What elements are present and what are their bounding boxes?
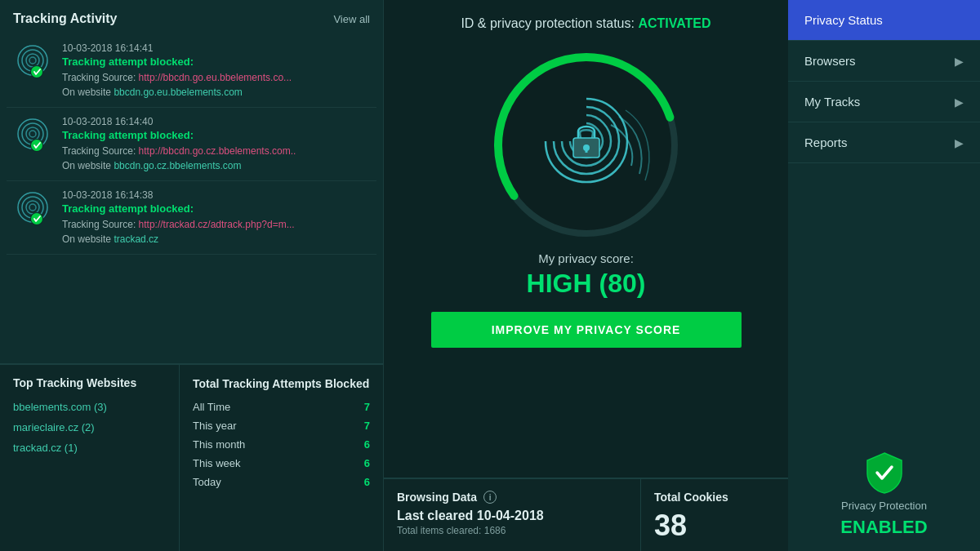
tracking-blocked-label: Tracking attempt blocked: — [62, 56, 370, 68]
total-cookies-value: 38 — [654, 509, 687, 543]
tracking-source-url[interactable]: http://trackad.cz/adtrack.php?d=m... — [139, 219, 295, 230]
stat-value: 7 — [364, 420, 370, 432]
privacy-protection-label: Privacy Protection — [841, 500, 927, 512]
tracking-timestamp: 10-03-2018 16:14:41 — [62, 42, 370, 54]
tracking-stat-row: This week 6 — [193, 457, 370, 469]
stat-value: 6 — [364, 457, 370, 469]
privacy-status-section: ID & privacy protection status: ACTIVATE… — [384, 0, 788, 478]
nav-item-reports[interactable]: Reports ▶ — [788, 122, 980, 163]
nav-items: Privacy Status Browsers ▶ My Tracks ▶ Re… — [788, 0, 980, 163]
tracking-timestamp: 10-03-2018 16:14:38 — [62, 189, 370, 201]
nav-item-label: Privacy Status — [804, 13, 883, 27]
tracking-source-row: Tracking Source: http://bbcdn.go.eu.bbel… — [62, 69, 370, 84]
browsing-cleared-date: Last cleared 10-04-2018 — [397, 509, 627, 523]
svg-point-14 — [26, 201, 39, 214]
info-icon[interactable]: i — [483, 491, 497, 504]
tracking-stat-row: All Time 7 — [193, 401, 370, 413]
tracking-source-label: Tracking Source: — [62, 72, 139, 83]
status-label: ID & privacy protection status: — [461, 16, 638, 30]
shield-icon — [862, 451, 906, 495]
stat-label: This year — [193, 420, 236, 432]
nav-arrow-icon: ▶ — [955, 55, 964, 68]
top-tracking-title: Top Tracking Websites — [13, 376, 166, 389]
total-cookies-title: Total Cookies — [654, 491, 728, 504]
stats-list: All Time 7 This year 7 This month 6 This… — [193, 401, 370, 488]
gauge-container — [488, 47, 684, 243]
tracking-source-label: Tracking Source: — [62, 219, 139, 230]
tracking-info: 10-03-2018 16:14:41 Tracking attempt blo… — [62, 42, 370, 99]
browsing-items-cleared: Total items cleared: 1686 — [397, 525, 627, 536]
nav-item-privacy-status[interactable]: Privacy Status — [788, 0, 980, 41]
svg-point-3 — [29, 57, 36, 64]
stat-value: 6 — [364, 438, 370, 451]
tracking-source-row: Tracking Source: http://trackad.cz/adtra… — [62, 216, 370, 231]
nav-item-label: Browsers — [804, 54, 856, 68]
website-item[interactable]: trackad.cz (1) — [13, 442, 166, 454]
tracking-source-url[interactable]: http://bbcdn.go.eu.bbelements.co... — [139, 72, 292, 83]
privacy-protection-badge: Privacy Protection ENABLED — [788, 438, 980, 551]
improve-privacy-button[interactable]: IMPROVE MY PRIVACY SCORE — [431, 312, 742, 348]
left-panel: Tracking Activity View all 10-03-2018 16… — [0, 0, 384, 551]
stat-label: All Time — [193, 401, 230, 413]
tracking-header: Tracking Activity View all — [0, 0, 383, 34]
tracking-item: 10-03-2018 16:14:41 Tracking attempt blo… — [7, 34, 376, 108]
nav-item-label: My Tracks — [804, 95, 860, 109]
nav-arrow-icon: ▶ — [955, 136, 964, 149]
svg-point-15 — [29, 204, 36, 211]
tracking-website-url[interactable]: trackad.cz — [114, 233, 158, 245]
nav-item-label: Reports — [804, 136, 848, 149]
right-panel: Privacy Status Browsers ▶ My Tracks ▶ Re… — [788, 0, 980, 551]
protection-status-header: ID & privacy protection status: ACTIVATE… — [461, 16, 710, 31]
tracking-source-url[interactable]: http://bbcdn.go.cz.bbelements.com.. — [139, 145, 296, 157]
activated-text: ACTIVATED — [638, 16, 710, 30]
top-tracking-websites: Top Tracking Websites bbelements.com (3)… — [0, 365, 180, 551]
stat-label: This month — [193, 438, 245, 451]
view-all-link[interactable]: View all — [333, 13, 370, 25]
svg-point-9 — [29, 131, 36, 137]
tracking-activity-title: Tracking Activity — [13, 11, 117, 26]
tracking-item: 10-03-2018 16:14:40 Tracking attempt blo… — [7, 108, 376, 181]
stat-label: Today — [193, 476, 221, 488]
tracking-info: 10-03-2018 16:14:38 Tracking attempt blo… — [62, 189, 370, 246]
tracking-website-url[interactable]: bbcdn.go.cz.bbelements.com — [114, 160, 241, 171]
tracking-info: 10-03-2018 16:14:40 Tracking attempt blo… — [62, 116, 370, 172]
tracking-website-row: On website trackad.cz — [62, 231, 370, 246]
tracking-website-row: On website bbcdn.go.eu.bbelements.com — [62, 84, 370, 99]
bottom-panels: Top Tracking Websites bbelements.com (3)… — [0, 363, 383, 551]
fingerprint-icon-1 — [13, 116, 52, 155]
tracking-website-label: On website — [62, 233, 114, 245]
tracking-stat-row: This year 7 — [193, 420, 370, 432]
browsing-data-panel: Browsing Data i Last cleared 10-04-2018 … — [384, 479, 641, 551]
fingerprint-icon-0 — [13, 42, 52, 82]
website-item[interactable]: marieclaire.cz (2) — [13, 421, 166, 433]
fingerprint-icon-2 — [13, 189, 52, 229]
tracking-website-label: On website — [62, 160, 114, 171]
tracking-website-url[interactable]: bbcdn.go.eu.bbelements.com — [114, 87, 242, 98]
tracking-blocked-label: Tracking attempt blocked: — [62, 202, 370, 215]
stat-label: This week — [193, 457, 241, 469]
center-panel: ID & privacy protection status: ACTIVATE… — [384, 0, 788, 551]
svg-point-17 — [31, 213, 42, 224]
website-item[interactable]: bbelements.com (3) — [13, 401, 166, 413]
stat-value: 6 — [364, 476, 370, 488]
tracking-item: 10-03-2018 16:14:38 Tracking attempt blo… — [7, 181, 376, 255]
tracking-stat-row: Today 6 — [193, 476, 370, 488]
stat-value: 7 — [364, 401, 370, 413]
browsing-data-title: Browsing Data i — [397, 491, 627, 504]
tracking-list: 10-03-2018 16:14:41 Tracking attempt blo… — [0, 34, 383, 255]
gauge-svg — [488, 47, 684, 243]
tracking-website-label: On website — [62, 87, 114, 98]
svg-point-8 — [26, 127, 39, 140]
total-tracking-section: Total Tracking Attempts Blocked All Time… — [180, 365, 383, 551]
score-value: HIGH (80) — [527, 269, 646, 299]
nav-item-browsers[interactable]: Browsers ▶ — [788, 41, 980, 82]
svg-rect-22 — [585, 148, 587, 153]
tracking-timestamp: 10-03-2018 16:14:40 — [62, 116, 370, 127]
tracking-source-label: Tracking Source: — [62, 145, 139, 157]
total-tracking-title: Total Tracking Attempts Blocked — [193, 376, 370, 391]
total-cookies-panel: Total Cookies 38 — [641, 479, 788, 551]
tracking-blocked-label: Tracking attempt blocked: — [62, 129, 370, 141]
tracking-source-row: Tracking Source: http://bbcdn.go.cz.bbel… — [62, 143, 370, 158]
nav-item-my-tracks[interactable]: My Tracks ▶ — [788, 82, 980, 122]
privacy-enabled-text: ENABLED — [840, 517, 927, 538]
